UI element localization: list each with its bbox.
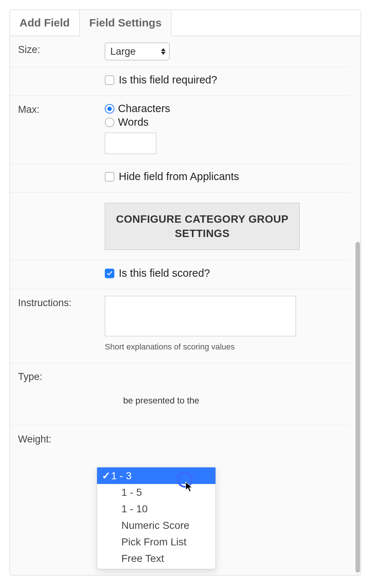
- type-dropdown-menu: ✓ 1 - 3 ✓ 1 - 5 ✓ 1 - 10 ✓ Numeric Score…: [97, 467, 216, 569]
- type-option-1-10-label: 1 - 10: [121, 503, 148, 515]
- hide-label: Hide field from Applicants: [119, 171, 239, 183]
- row-max: Max: Characters Words: [10, 96, 350, 164]
- label-type: Type:: [10, 363, 97, 391]
- type-option-numeric-label: Numeric Score: [121, 520, 189, 531]
- max-characters-label: Characters: [118, 103, 170, 115]
- instructions-hint: Short explanations of scoring values: [105, 342, 342, 352]
- type-option-picklist[interactable]: ✓ Pick From List: [97, 534, 215, 550]
- required-checkbox[interactable]: [105, 75, 114, 85]
- tab-add-field[interactable]: Add Field: [10, 10, 80, 36]
- row-weight: Weight:: [10, 425, 350, 469]
- max-value-input[interactable]: [105, 133, 156, 154]
- scored-checkbox[interactable]: [105, 269, 114, 278]
- scored-label: Is this field scored?: [119, 267, 210, 279]
- configure-category-label: CONFIGURE CATEGORY GROUP SETTINGS: [113, 212, 292, 241]
- row-configure: CONFIGURE CATEGORY GROUP SETTINGS: [10, 192, 350, 260]
- tab-field-settings[interactable]: Field Settings: [80, 10, 172, 36]
- max-radio-words[interactable]: [105, 118, 114, 127]
- type-option-1-5-label: 1 - 5: [121, 487, 142, 498]
- row-size: Size: Large: [10, 36, 350, 67]
- label-weight: Weight:: [10, 426, 97, 453]
- row-type: Type: be presented to the: [10, 363, 350, 425]
- label-size: Size:: [10, 36, 97, 64]
- settings-panel: Add Field Field Settings Size: Large: [10, 10, 361, 576]
- label-max: Max:: [10, 96, 97, 123]
- tab-bar: Add Field Field Settings: [10, 10, 361, 36]
- required-label: Is this field required?: [119, 74, 217, 86]
- type-option-freetext[interactable]: ✓ Free Text: [97, 550, 215, 567]
- checkmark-icon: ✓: [101, 470, 111, 482]
- type-option-numeric[interactable]: ✓ Numeric Score: [97, 517, 215, 534]
- scrollbar[interactable]: [355, 242, 360, 573]
- label-instructions: Instructions:: [10, 289, 97, 317]
- type-option-1-3-label: 1 - 3: [111, 470, 132, 482]
- size-select-value: Large: [110, 46, 136, 57]
- type-help-text: be presented to the: [123, 395, 342, 406]
- type-option-1-5[interactable]: ✓ 1 - 5: [97, 484, 215, 501]
- type-option-picklist-label: Pick From List: [121, 536, 186, 548]
- select-arrows-icon: [161, 48, 165, 55]
- size-select[interactable]: Large: [105, 43, 170, 60]
- row-hide: Hide field from Applicants: [10, 164, 350, 192]
- tab-field-settings-label: Field Settings: [89, 17, 162, 29]
- row-required: Is this field required?: [10, 67, 350, 96]
- max-radio-characters[interactable]: [105, 104, 114, 114]
- type-option-1-10[interactable]: ✓ 1 - 10: [97, 501, 215, 517]
- row-scored: Is this field scored?: [10, 260, 350, 289]
- type-option-freetext-label: Free Text: [121, 553, 164, 564]
- max-words-label: Words: [118, 116, 149, 128]
- hide-checkbox[interactable]: [105, 172, 114, 182]
- configure-category-button[interactable]: CONFIGURE CATEGORY GROUP SETTINGS: [105, 203, 300, 250]
- type-option-1-3[interactable]: ✓ 1 - 3: [97, 467, 215, 484]
- row-instructions: Instructions: Short explanations of scor…: [10, 289, 350, 363]
- tab-add-field-label: Add Field: [19, 17, 70, 29]
- scrollbar-thumb[interactable]: [356, 242, 360, 573]
- instructions-textarea[interactable]: [105, 296, 296, 336]
